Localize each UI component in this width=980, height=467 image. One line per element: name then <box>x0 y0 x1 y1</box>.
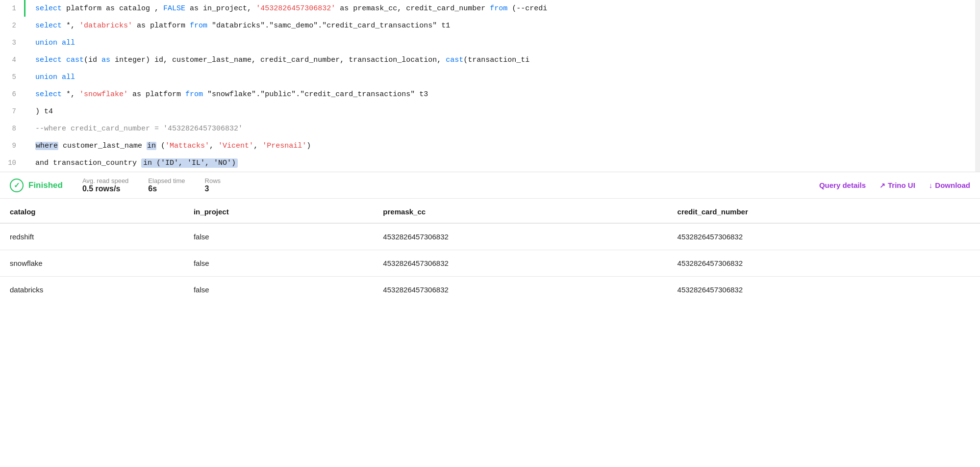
code-line: 3union all <box>0 34 980 52</box>
code-token: catalog , <box>119 4 163 13</box>
line-number: 10 <box>0 155 25 171</box>
code-token: as <box>335 4 353 13</box>
code-token: customer_last_name <box>58 142 147 150</box>
code-line: 5union all <box>0 69 980 86</box>
download-label: Download <box>935 181 970 189</box>
code-token: as <box>190 4 203 13</box>
elapsed-time-value: 6s <box>148 184 157 193</box>
table-cell: false <box>184 223 373 250</box>
table-cell: 4532826457306832 <box>373 250 667 277</box>
table-cell: databricks <box>0 277 184 303</box>
code-line: 2select *, 'databricks' as platform from… <box>0 17 980 34</box>
table-cell: 4532826457306832 <box>373 277 667 303</box>
code-token: *, <box>66 90 79 99</box>
code-token: and transaction_country <box>35 159 141 167</box>
table-header: catalogin_projectpremask_cccredit_card_n… <box>0 199 980 223</box>
status-finished: ✓ Finished <box>10 179 63 192</box>
line-number: 6 <box>0 86 25 103</box>
line-number: 2 <box>0 17 25 34</box>
code-token: where <box>35 142 58 150</box>
query-details-button[interactable]: Query details <box>819 181 866 189</box>
line-number: 1 <box>0 0 25 17</box>
code-editor: 1select platform as catalog , FALSE as i… <box>0 0 980 172</box>
line-number: 9 <box>0 137 25 154</box>
code-token: platform <box>146 90 185 99</box>
status-bar: ✓ Finished Avg. read speed 0.5 rows/s El… <box>0 172 980 199</box>
line-number: 5 <box>0 69 25 85</box>
elapsed-time-label: Elapsed time <box>148 177 185 184</box>
code-line: 4select cast(id as integer) id, customer… <box>0 52 980 69</box>
code-token: from <box>185 90 207 99</box>
code-token: "snowflake"."public"."credit_card_transa… <box>207 90 428 99</box>
code-token: select <box>35 4 66 13</box>
code-token: from <box>190 22 212 30</box>
scrollbar[interactable] <box>975 0 980 172</box>
avg-read-speed-block: Avg. read speed 0.5 rows/s <box>82 177 128 193</box>
elapsed-time-block: Elapsed time 6s <box>148 177 185 193</box>
table-cell: false <box>184 250 373 277</box>
code-line: 6select *, 'snowflake' as platform from … <box>0 86 980 103</box>
code-token: ( <box>156 142 165 150</box>
code-line: 8--where credit_card_number = '453282645… <box>0 120 980 137</box>
line-number: 4 <box>0 52 25 68</box>
results-table-container: catalogin_projectpremask_cccredit_card_n… <box>0 199 980 303</box>
check-circle-icon: ✓ <box>10 179 24 192</box>
avg-read-speed-value: 0.5 rows/s <box>82 184 120 193</box>
code-token: from <box>490 4 512 13</box>
trino-ui-label: Trino UI <box>888 181 915 189</box>
rows-block: Rows 3 <box>205 177 221 193</box>
table-cell: snowflake <box>0 250 184 277</box>
code-token: as <box>132 22 150 30</box>
table-cell: 4532826457306832 <box>668 277 980 303</box>
results-table: catalogin_projectpremask_cccredit_card_n… <box>0 199 980 303</box>
code-line: 7) t4 <box>0 103 980 120</box>
line-content: and transaction_country in ('ID', 'IL', … <box>25 155 980 172</box>
code-line: 10and transaction_country in ('ID', 'IL'… <box>0 155 980 172</box>
code-token: *, <box>66 22 79 30</box>
line-content: select *, 'databricks' as platform from … <box>25 18 980 34</box>
finished-label: Finished <box>28 181 63 190</box>
code-token: platform <box>150 22 190 30</box>
table-column-header: credit_card_number <box>668 199 980 223</box>
table-cell: 4532826457306832 <box>668 250 980 277</box>
download-icon: ↓ <box>929 181 933 189</box>
code-token: cast <box>446 56 463 64</box>
line-content: union all <box>25 35 980 52</box>
code-token: integer) id, customer_last_name, credit_… <box>115 56 446 64</box>
table-row: databricksfalse4532826457306832453282645… <box>0 277 980 303</box>
rows-value: 3 <box>205 184 209 193</box>
code-token: as <box>106 4 119 13</box>
table-row: snowflakefalse45328264573068324532826457… <box>0 250 980 277</box>
code-token: (id <box>84 56 101 64</box>
code-token: , <box>253 142 262 150</box>
trino-ui-button[interactable]: ↗ Trino UI <box>879 181 915 189</box>
line-number: 3 <box>0 34 25 51</box>
code-token: platform <box>66 4 106 13</box>
code-token: as <box>101 56 115 64</box>
table-column-header: in_project <box>184 199 373 223</box>
code-token: (transaction_ti <box>463 56 529 64</box>
code-token: 'snowflake' <box>79 90 128 99</box>
code-token: as <box>128 90 146 99</box>
code-lines: 1select platform as catalog , FALSE as i… <box>0 0 980 172</box>
code-token: (--credi <box>512 4 547 13</box>
code-token: union all <box>35 73 75 81</box>
line-number: 8 <box>0 120 25 137</box>
code-token: ) t4 <box>35 107 53 116</box>
table-cell: redshift <box>0 223 184 250</box>
code-token: premask_cc, credit_card_number <box>353 4 490 13</box>
download-button[interactable]: ↓ Download <box>929 181 970 189</box>
status-actions: Query details ↗ Trino UI ↓ Download <box>819 181 970 189</box>
line-number: 7 <box>0 103 25 120</box>
code-line: 1select platform as catalog , FALSE as i… <box>0 0 980 17</box>
code-token: '4532826457306832' <box>256 4 335 13</box>
line-content: where customer_last_name in ('Mattacks',… <box>25 138 980 155</box>
table-header-row: catalogin_projectpremask_cccredit_card_n… <box>0 199 980 223</box>
code-token: 'Vicent' <box>218 142 253 150</box>
code-token: , <box>209 142 218 150</box>
code-token: 'Presnail' <box>262 142 306 150</box>
table-cell: false <box>184 277 373 303</box>
external-link-icon: ↗ <box>879 182 885 189</box>
code-token: in ('ID', 'IL', 'NO') <box>141 158 238 168</box>
code-token: --where credit_card_number = '4532826457… <box>35 125 243 133</box>
